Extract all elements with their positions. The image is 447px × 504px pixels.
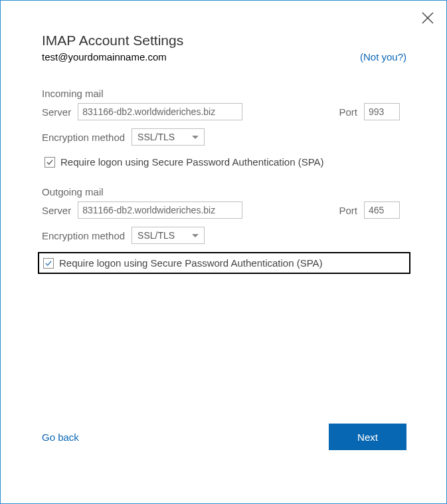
incoming-port-label: Port	[339, 106, 357, 118]
go-back-link[interactable]: Go back	[42, 432, 79, 443]
checkmark-icon	[46, 159, 53, 166]
page-title: IMAP Account Settings	[42, 33, 406, 49]
incoming-encryption-label: Encryption method	[42, 132, 125, 143]
chevron-down-icon	[192, 136, 199, 139]
close-icon	[421, 11, 434, 25]
outgoing-server-label: Server	[42, 205, 71, 216]
outgoing-spa-label: Require logon using Secure Password Auth…	[59, 257, 323, 269]
incoming-spa-label: Require logon using Secure Password Auth…	[60, 156, 324, 168]
next-button[interactable]: Next	[329, 424, 406, 450]
account-email: test@yourdomainname.com	[42, 51, 167, 63]
chevron-down-icon	[192, 234, 199, 237]
incoming-server-input[interactable]	[78, 103, 242, 120]
incoming-header: Incoming mail	[42, 88, 406, 99]
incoming-port-input[interactable]	[364, 103, 400, 120]
not-you-link[interactable]: (Not you?)	[360, 51, 406, 63]
outgoing-encryption-select[interactable]: SSL/TLS	[132, 227, 205, 244]
close-button[interactable]	[421, 11, 434, 25]
dialog-window: IMAP Account Settings test@yourdomainnam…	[0, 0, 447, 504]
outgoing-port-input[interactable]	[364, 201, 400, 219]
outgoing-port-label: Port	[339, 205, 357, 216]
incoming-encryption-select[interactable]: SSL/TLS	[132, 128, 205, 146]
outgoing-encryption-value: SSL/TLS	[137, 230, 192, 241]
checkmark-icon	[45, 260, 52, 267]
outgoing-encryption-label: Encryption method	[42, 230, 125, 241]
incoming-encryption-value: SSL/TLS	[137, 132, 192, 142]
outgoing-server-input[interactable]	[78, 201, 242, 219]
outgoing-spa-checkbox[interactable]	[43, 258, 54, 269]
incoming-spa-checkbox[interactable]	[45, 157, 55, 168]
incoming-server-label: Server	[42, 106, 71, 118]
outgoing-header: Outgoing mail	[42, 186, 406, 197]
